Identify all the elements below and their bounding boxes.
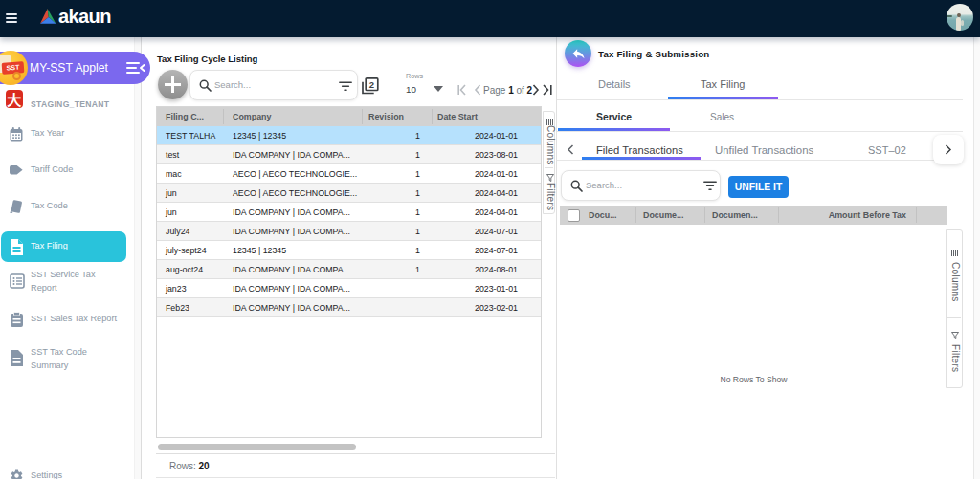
- svg-text:2: 2: [369, 79, 374, 90]
- svg-text:大: 大: [7, 92, 21, 108]
